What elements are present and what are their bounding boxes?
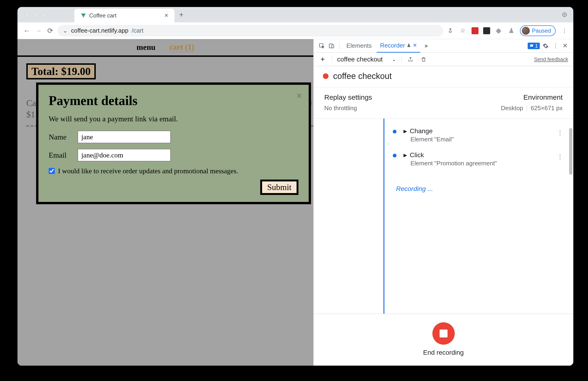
new-tab-button[interactable]: + bbox=[174, 10, 188, 19]
step-action: Click bbox=[410, 151, 424, 159]
environment-heading: Environment bbox=[524, 93, 563, 101]
delete-icon[interactable] bbox=[420, 55, 427, 63]
cart-item-partial-left: Ca $1 bbox=[26, 97, 36, 120]
tabs-overflow-icon[interactable]: » bbox=[422, 42, 430, 50]
issues-count: 1 bbox=[535, 43, 538, 49]
extension-terminal-icon[interactable] bbox=[483, 27, 490, 34]
minimize-window-icon[interactable] bbox=[33, 12, 38, 17]
devtools-tabs: Elements Recorder ✕ » 1 ⋮ ✕ bbox=[314, 39, 573, 53]
tab-overflow-icon[interactable] bbox=[560, 10, 569, 19]
tab-elements[interactable]: Elements bbox=[343, 39, 375, 52]
close-window-icon[interactable] bbox=[24, 12, 30, 17]
device-toolbar-icon[interactable] bbox=[328, 42, 336, 50]
site-info-icon[interactable]: ⌄ bbox=[63, 27, 68, 34]
avatar bbox=[522, 27, 530, 35]
cart-total[interactable]: Total: $19.00 bbox=[26, 63, 96, 80]
back-button[interactable]: ← bbox=[22, 27, 31, 35]
modal-subtitle: We will send you a payment link via emai… bbox=[49, 115, 298, 123]
tab-recorder-label: Recorder bbox=[380, 42, 405, 49]
send-feedback-link[interactable]: Send feedback bbox=[534, 56, 568, 62]
recorder-footer: End recording bbox=[314, 314, 573, 366]
email-label: Email bbox=[49, 151, 72, 160]
new-recording-icon[interactable]: + bbox=[319, 55, 327, 63]
step-menu-icon[interactable]: ⋮ bbox=[557, 153, 563, 160]
end-recording-label: End recording bbox=[423, 349, 463, 356]
end-recording-button[interactable] bbox=[432, 322, 455, 345]
throttling-value[interactable]: No throttling bbox=[324, 104, 357, 112]
promo-label: I would like to receive order updates an… bbox=[58, 167, 238, 175]
content-row: menu cart (1) Total: $19.00 Ca $1 00 x ×… bbox=[18, 39, 573, 366]
recording-select-label: coffee checkout bbox=[337, 56, 383, 63]
caret-right-icon[interactable]: ▶ bbox=[403, 128, 407, 134]
page-viewport: menu cart (1) Total: $19.00 Ca $1 00 x ×… bbox=[18, 39, 313, 366]
profile-status: Paused bbox=[532, 27, 551, 34]
share-icon[interactable] bbox=[446, 27, 454, 35]
inspect-element-icon[interactable] bbox=[318, 42, 326, 50]
toolbar-icons: ☆ Paused ⋮ bbox=[446, 25, 568, 36]
chevron-down-icon: ⌄ bbox=[392, 57, 396, 62]
recording-header: coffee checkout bbox=[314, 66, 573, 87]
bookmark-star-icon[interactable]: ☆ bbox=[459, 27, 467, 35]
fullscreen-window-icon[interactable] bbox=[41, 12, 46, 17]
browser-toolbar: ← → ⟳ ⌄ coffee-cart.netlify.app/cart ☆ P… bbox=[18, 22, 573, 39]
step-menu-icon[interactable]: ⋮ bbox=[557, 129, 563, 137]
window-controls bbox=[24, 12, 46, 17]
export-icon[interactable] bbox=[406, 55, 415, 63]
devtools-close-icon[interactable]: ✕ bbox=[561, 42, 569, 50]
devtools-panel: Elements Recorder ✕ » 1 ⋮ ✕ bbox=[313, 39, 573, 366]
email-input[interactable] bbox=[78, 149, 171, 161]
address-bar[interactable]: ⌄ coffee-cart.netlify.app/cart bbox=[58, 25, 443, 37]
submit-button[interactable]: Submit bbox=[260, 180, 298, 195]
extensions-puzzle-icon[interactable] bbox=[495, 27, 503, 35]
name-input[interactable] bbox=[78, 131, 171, 143]
profile-chip[interactable]: Paused bbox=[520, 25, 556, 36]
settings-gear-icon[interactable] bbox=[542, 42, 549, 50]
step-action: Change bbox=[410, 127, 433, 135]
tab-close-icon[interactable]: ✕ bbox=[164, 13, 168, 19]
issues-badge[interactable]: 1 bbox=[528, 43, 540, 49]
devtools-menu-icon[interactable]: ⋮ bbox=[551, 42, 559, 50]
modal-close-icon[interactable]: × bbox=[296, 90, 302, 102]
page-nav: menu cart (1) bbox=[18, 39, 313, 55]
extension-red-icon[interactable] bbox=[472, 27, 479, 34]
labs-flask-icon[interactable] bbox=[507, 27, 515, 35]
nav-cart-link[interactable]: cart (1) bbox=[169, 43, 194, 52]
browser-tab[interactable]: Coffee cart ✕ bbox=[74, 9, 174, 22]
promo-checkbox[interactable] bbox=[49, 168, 55, 174]
step-dot-icon bbox=[393, 154, 397, 158]
browser-menu-icon[interactable]: ⋮ bbox=[560, 27, 568, 35]
tab-divider bbox=[339, 42, 339, 49]
tab-recorder-close-icon[interactable]: ✕ bbox=[413, 42, 417, 48]
url-path: /cart bbox=[132, 27, 144, 34]
page-separator bbox=[18, 55, 313, 57]
name-label: Name bbox=[49, 133, 72, 141]
payment-modal: × Payment details We will send you a pay… bbox=[36, 82, 311, 204]
settings-values: No throttling Desktop 625×671 px bbox=[314, 103, 573, 119]
modal-title: Payment details bbox=[49, 93, 298, 108]
tab-recorder[interactable]: Recorder ✕ bbox=[377, 39, 420, 53]
nav-menu-link[interactable]: menu bbox=[137, 43, 155, 52]
env-dimensions: 625×671 px bbox=[531, 104, 563, 112]
reload-button[interactable]: ⟳ bbox=[46, 27, 54, 35]
step-target: Element "Email" bbox=[410, 136, 563, 143]
recording-select[interactable]: coffee checkout ⌄ bbox=[337, 56, 396, 63]
env-device: Desktop bbox=[501, 104, 523, 112]
vue-favicon-icon bbox=[80, 13, 86, 19]
tab-title: Coffee cart bbox=[89, 12, 116, 19]
divider bbox=[401, 56, 401, 63]
scrollbar-thumb[interactable] bbox=[569, 128, 572, 175]
step-dot-icon bbox=[393, 130, 397, 133]
caret-right-icon[interactable]: ▶ bbox=[403, 152, 407, 158]
record-indicator-icon bbox=[323, 73, 329, 79]
recorder-toolbar: + coffee checkout ⌄ Send feedback bbox=[314, 53, 573, 66]
tab-strip: Coffee cart ✕ + bbox=[18, 7, 573, 22]
forward-button[interactable]: → bbox=[34, 27, 43, 35]
step-item[interactable]: ▶ Change Element "Email" ⋮ bbox=[390, 123, 563, 147]
chat-icon bbox=[529, 44, 534, 48]
step-item[interactable]: ▶ Click Element "Promotion agreement" ⋮ bbox=[390, 147, 563, 171]
replay-settings-heading: Replay settings bbox=[324, 93, 372, 101]
svg-point-0 bbox=[563, 13, 567, 17]
settings-headings: Replay settings Environment bbox=[314, 87, 573, 103]
svg-rect-3 bbox=[332, 45, 334, 48]
steps-timeline: ▶ Change Element "Email" ⋮ ▶ Click Eleme… bbox=[314, 119, 573, 314]
